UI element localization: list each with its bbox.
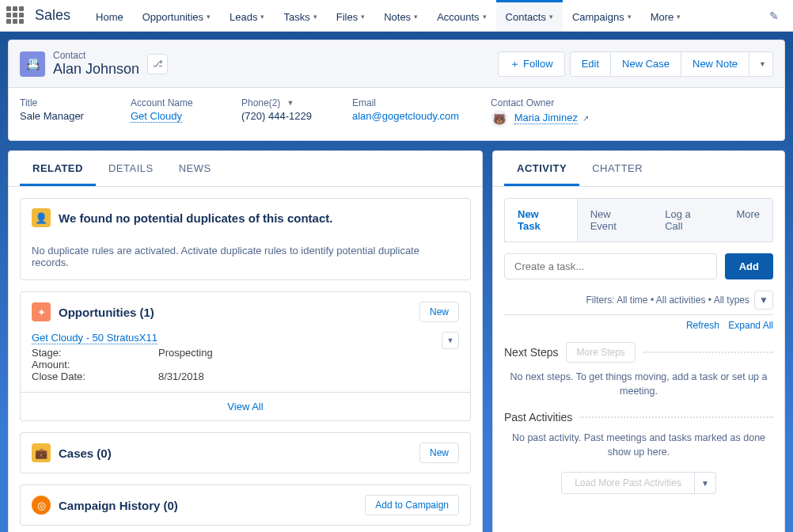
tab-details[interactable]: DETAILS — [96, 151, 166, 186]
opportunities-title: Opportunities (1) — [59, 306, 154, 319]
activity-subtab-more[interactable]: More — [723, 199, 772, 241]
tab-related[interactable]: RELATED — [20, 151, 96, 186]
next-steps-empty: No next steps. To get things moving, add… — [504, 370, 773, 398]
duplicates-card: 👤 We found no potential duplicates of th… — [20, 198, 471, 280]
opportunities-card: ✦ Opportunities (1) New Get Cloudy - 50 … — [20, 291, 471, 421]
chevron-down-icon: ▾ — [483, 13, 487, 21]
nav-item-files[interactable]: Files▾ — [327, 0, 374, 31]
chevron-down-icon: ▾ — [628, 13, 632, 21]
hierarchy-button[interactable]: ⎇ — [147, 54, 168, 74]
record-header: 📇 Contact Alan Johnson ⎇ ＋Follow Edit Ne… — [8, 40, 785, 141]
more-actions-button[interactable]: ▼ — [749, 51, 773, 77]
owner-avatar-icon: 🐻 — [491, 110, 508, 127]
account-label: Account Name — [131, 97, 210, 108]
stage-label: Stage: — [32, 347, 158, 359]
activity-subtab-log-a-call[interactable]: Log a Call — [652, 199, 723, 241]
chevron-down-icon: ▾ — [313, 13, 317, 21]
chevron-down-icon: ▾ — [549, 13, 553, 21]
add-task-button[interactable]: Add — [725, 253, 773, 279]
nav-tabs: HomeOpportunities▾Leads▾Tasks▾Files▾Note… — [86, 0, 690, 31]
activity-subtab-new-event[interactable]: New Event — [578, 199, 653, 241]
chevron-down-icon: ▾ — [414, 13, 418, 21]
row-actions-button[interactable]: ▼ — [442, 332, 459, 349]
app-launcher-icon[interactable] — [6, 6, 25, 25]
chevron-down-icon: ▾ — [207, 13, 211, 21]
next-steps-title: Next Steps — [504, 346, 558, 359]
chevron-down-icon: ▼ — [759, 60, 766, 68]
campaign-history-title: Campaign History (0) — [59, 499, 178, 512]
plus-icon: ＋ — [510, 57, 520, 71]
new-opportunity-button[interactable]: New — [419, 302, 459, 322]
title-value: Sale Manager — [20, 110, 99, 122]
activity-subtab-new-task[interactable]: New Task — [505, 199, 578, 241]
funnel-icon: ▼ — [759, 294, 768, 306]
new-case-button[interactable]: New Case — [611, 51, 681, 77]
filter-button[interactable]: ▼ — [754, 291, 773, 310]
create-task-input[interactable] — [504, 253, 717, 279]
title-label: Title — [20, 97, 99, 108]
account-link[interactable]: Get Cloudy — [131, 110, 182, 123]
cases-card: 💼 Cases (0) New — [20, 432, 471, 473]
chevron-down-icon: ▼ — [701, 479, 709, 488]
chevron-down-icon[interactable]: ▼ — [286, 99, 294, 107]
edit-button[interactable]: Edit — [570, 51, 611, 77]
opportunity-icon: ✦ — [32, 302, 51, 321]
stage-value: Prospecting — [158, 347, 213, 359]
close-date-label: Close Date: — [32, 370, 158, 382]
left-tabs: RELATEDDETAILSNEWS — [9, 151, 482, 187]
activity-subtabs: New TaskNew EventLog a CallMore — [504, 198, 773, 242]
campaign-history-card: ◎ Campaign History (0) Add to Campaign — [20, 484, 471, 526]
new-case-related-button[interactable]: New — [419, 443, 459, 463]
duplicates-body: No duplicate rules are activated. Activa… — [21, 237, 470, 279]
follow-button[interactable]: ＋Follow — [498, 51, 565, 77]
activity-panel: ACTIVITYCHATTER New TaskNew EventLog a C… — [492, 150, 785, 532]
tab-news[interactable]: NEWS — [166, 151, 224, 186]
new-note-button[interactable]: New Note — [681, 51, 749, 77]
past-activities-title: Past Activities — [504, 411, 572, 424]
amount-label: Amount: — [32, 359, 158, 370]
nav-item-opportunities[interactable]: Opportunities▾ — [133, 0, 220, 31]
contact-icon: 📇 — [20, 51, 45, 77]
nav-item-contacts[interactable]: Contacts▾ — [496, 0, 563, 31]
email-label: Email — [352, 97, 459, 108]
refresh-link[interactable]: Refresh — [686, 320, 719, 331]
related-panel: RELATEDDETAILSNEWS 👤 We found no potenti… — [8, 150, 483, 532]
opportunity-record-link[interactable]: Get Cloudy - 50 StratusX11 — [32, 332, 157, 344]
duplicate-icon: 👤 — [32, 208, 51, 227]
app-name: Sales — [35, 7, 70, 24]
add-to-campaign-button[interactable]: Add to Campaign — [365, 495, 459, 515]
duplicates-title: We found no potential duplicates of this… — [59, 211, 332, 225]
tab-activity[interactable]: ACTIVITY — [504, 151, 579, 186]
change-owner-icon[interactable]: ↗ — [582, 114, 589, 123]
chevron-down-icon: ▾ — [260, 13, 264, 21]
past-activities-empty: No past activity. Past meetings and task… — [504, 431, 773, 459]
campaign-icon: ◎ — [32, 496, 51, 515]
nav-item-accounts[interactable]: Accounts▾ — [427, 0, 495, 31]
close-date-value: 8/31/2018 — [158, 370, 204, 382]
load-more-past-button: Load More Past Activities — [561, 472, 695, 494]
record-name: Alan Johnson — [53, 61, 139, 78]
tab-chatter[interactable]: CHATTER — [579, 151, 655, 186]
nav-item-leads[interactable]: Leads▾ — [220, 0, 274, 31]
view-all-opportunities-link[interactable]: View All — [227, 401, 263, 412]
case-icon: 💼 — [32, 443, 51, 462]
load-more-dropdown[interactable]: ▼ — [695, 472, 716, 494]
nav-item-campaigns[interactable]: Campaigns▾ — [563, 0, 641, 31]
nav-item-notes[interactable]: Notes▾ — [374, 0, 427, 31]
owner-label: Contact Owner — [491, 97, 588, 108]
more-steps-button: More Steps — [566, 342, 635, 363]
nav-item-more[interactable]: More▾ — [641, 0, 691, 31]
chevron-down-icon: ▼ — [447, 336, 454, 344]
owner-link[interactable]: Maria Jiminez — [514, 112, 578, 124]
nav-item-tasks[interactable]: Tasks▾ — [274, 0, 326, 31]
filters-text: Filters: All time • All activities • All… — [586, 294, 749, 306]
chevron-down-icon: ▾ — [677, 13, 681, 21]
phone-value: (720) 444-1229 — [241, 110, 321, 122]
email-link[interactable]: alan@gogetcloudy.com — [352, 110, 459, 123]
nav-item-home[interactable]: Home — [86, 0, 133, 31]
global-nav: Sales HomeOpportunities▾Leads▾Tasks▾File… — [0, 0, 793, 32]
edit-nav-icon[interactable]: ✎ — [769, 10, 779, 22]
expand-all-link[interactable]: Expand All — [728, 320, 773, 331]
cases-title: Cases (0) — [59, 446, 112, 460]
right-tabs: ACTIVITYCHATTER — [493, 151, 784, 187]
